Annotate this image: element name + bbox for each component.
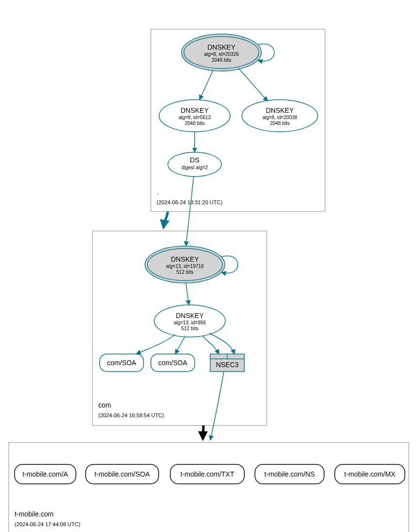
edge-com-zsk-soa2 [175, 337, 185, 354]
node-com-zsk: DNSKEY alg=13, id=956 512 bits [154, 305, 225, 337]
svg-text:t-mobile.com/MX: t-mobile.com/MX [344, 470, 396, 478]
edge-root-com-zonelink [164, 212, 168, 228]
svg-text:512 bits: 512 bits [176, 269, 193, 275]
node-com-soa1: com/SOA [100, 354, 144, 372]
node-tmobile-ns: t-mobile.com/NS [255, 464, 324, 484]
svg-text:DNSKEY: DNSKEY [266, 106, 294, 114]
edge-com-zsk-nsec3a [202, 336, 219, 354]
edge-com-tmobile-zonelink [203, 426, 203, 439]
node-tmobile-mx: t-mobile.com/MX [335, 464, 405, 484]
svg-text:t-mobile.com/TXT: t-mobile.com/TXT [181, 470, 235, 478]
svg-text:t-mobile.com/NS: t-mobile.com/NS [264, 470, 314, 478]
edge-root-ksk-zsk1 [200, 70, 213, 100]
zone-root: . (2024-06-24 13:31:20 UTC) DNSKEY alg=8… [151, 29, 325, 212]
svg-text:alg=8, id=20326: alg=8, id=20326 [204, 52, 239, 57]
node-root-ksk: DNSKEY alg=8, id=20326 2048 bits [182, 34, 261, 71]
svg-text:digest alg=2: digest alg=2 [182, 165, 208, 170]
svg-text:2048 bits: 2048 bits [212, 57, 232, 63]
svg-text:t-mobile.com/SOA: t-mobile.com/SOA [94, 470, 150, 478]
edge-com-ksk-zsk [186, 283, 189, 305]
edge-com-zsk-nsec3b [209, 333, 235, 354]
node-root-ds: DS digest alg=2 [168, 152, 221, 177]
zone-com-name: com [98, 401, 111, 409]
zone-com: com (2024-06-24 16:58:54 UTC) DNSKEY alg… [92, 231, 267, 426]
zone-com-timestamp: (2024-06-24 16:58:54 UTC) [98, 412, 164, 418]
svg-text:DNSKEY: DNSKEY [181, 106, 209, 114]
svg-text:com/SOA: com/SOA [107, 359, 137, 367]
edge-root-ksk-zsk2 [238, 68, 268, 101]
svg-text:com/SOA: com/SOA [158, 359, 188, 367]
svg-text:alg=8, id=5613: alg=8, id=5613 [179, 115, 211, 120]
node-com-soa2: com/SOA [151, 354, 195, 372]
svg-text:DNSKEY: DNSKEY [171, 255, 199, 263]
svg-text:DNSKEY: DNSKEY [207, 43, 236, 51]
svg-text:512 bits: 512 bits [181, 326, 198, 331]
svg-text:t-mobile.com/A: t-mobile.com/A [22, 470, 68, 478]
edge-com-zsk-soa1 [136, 335, 175, 354]
svg-text:alg=13, id=19718: alg=13, id=19718 [166, 264, 204, 269]
svg-text:NSEC3: NSEC3 [216, 361, 239, 369]
svg-text:DS: DS [190, 156, 199, 164]
svg-rect-35 [9, 443, 409, 532]
svg-text:2048 bits: 2048 bits [185, 121, 205, 126]
zone-root-timestamp: (2024-06-24 13:31:20 UTC) [157, 199, 222, 205]
node-tmobile-a: t-mobile.com/A [15, 464, 76, 484]
zone-root-name: . [157, 188, 159, 196]
node-tmobile-txt: t-mobile.com/TXT [170, 464, 244, 484]
node-tmobile-soa: t-mobile.com/SOA [86, 464, 159, 484]
node-root-zsk2: DNSKEY alg=8, id=20038 2048 bits [242, 100, 318, 132]
node-com-ksk: DNSKEY alg=13, id=19718 512 bits [145, 246, 225, 283]
node-root-zsk1: DNSKEY alg=8, id=5613 2048 bits [159, 100, 230, 132]
zone-tmobile-timestamp: (2024-06-24 17:44:08 UTC) [15, 521, 80, 527]
zone-tmobile: t-mobile.com (2024-06-24 17:44:08 UTC) t… [9, 443, 409, 532]
svg-text:2048 bits: 2048 bits [270, 121, 290, 126]
svg-text:DNSKEY: DNSKEY [176, 312, 204, 319]
node-nsec3: NSEC3 [210, 354, 244, 372]
edge-nsec3-tmobile [210, 372, 224, 440]
svg-text:alg=13, id=956: alg=13, id=956 [174, 320, 206, 325]
svg-text:alg=8, id=20038: alg=8, id=20038 [262, 115, 297, 120]
zone-tmobile-name: t-mobile.com [15, 510, 54, 518]
